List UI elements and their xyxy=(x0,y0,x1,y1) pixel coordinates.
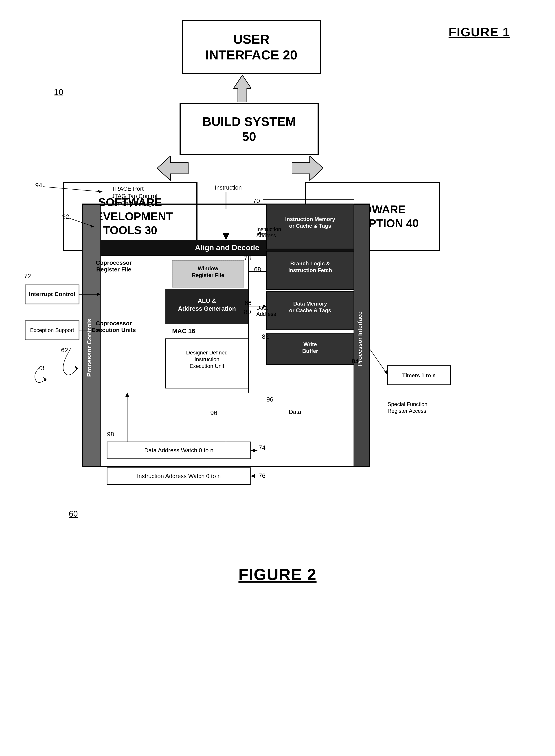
svg-text:Branch Logic &: Branch Logic & xyxy=(290,260,330,267)
svg-marker-87 xyxy=(257,231,261,235)
svg-marker-107 xyxy=(75,366,78,370)
svg-text:Designer Defined: Designer Defined xyxy=(186,350,227,356)
svg-text:84: 84 xyxy=(352,358,358,365)
figure1-label: FIGURE 1 xyxy=(449,25,510,39)
svg-text:JTAG Tap Control: JTAG Tap Control xyxy=(112,193,157,199)
svg-text:92: 92 xyxy=(62,213,69,220)
svg-rect-51 xyxy=(25,321,79,340)
svg-marker-83 xyxy=(97,293,100,296)
svg-text:Timers 1 to n: Timers 1 to n xyxy=(402,372,436,379)
svg-rect-49 xyxy=(25,285,79,304)
build-box-text: BUILD SYSTEM 50 xyxy=(203,114,296,144)
svg-text:Data Address Watch 0 to n: Data Address Watch 0 to n xyxy=(144,447,213,454)
svg-text:Execution Units: Execution Units xyxy=(92,327,135,333)
svg-rect-24 xyxy=(266,204,354,249)
svg-text:96: 96 xyxy=(266,396,273,403)
svg-rect-27 xyxy=(266,251,354,290)
svg-text:73: 73 xyxy=(38,364,44,371)
svg-text:Processor Interface: Processor Interface xyxy=(356,312,363,366)
svg-text:Data: Data xyxy=(289,408,301,415)
svg-text:ALU &: ALU & xyxy=(198,298,216,304)
svg-marker-102 xyxy=(125,393,129,397)
arrow-build-to-sdt xyxy=(157,156,188,181)
svg-text:Coprocessor: Coprocessor xyxy=(96,320,131,327)
svg-marker-97 xyxy=(384,370,388,374)
svg-text:Instruction Memory: Instruction Memory xyxy=(285,216,335,222)
svg-text:76: 76 xyxy=(259,472,265,479)
svg-text:Execution Unit: Execution Unit xyxy=(189,363,224,369)
svg-marker-108 xyxy=(43,377,46,382)
svg-text:Register Access: Register Access xyxy=(388,408,426,414)
ui-box: USER INTERFACE 20 xyxy=(182,20,321,74)
svg-rect-59 xyxy=(107,468,251,485)
svg-text:Register File: Register File xyxy=(191,272,224,278)
svg-text:96: 96 xyxy=(210,409,217,416)
build-box: BUILD SYSTEM 50 xyxy=(179,103,319,155)
svg-text:or Cache & Tags: or Cache & Tags xyxy=(289,307,331,313)
ref-10-label: 10 xyxy=(54,88,63,97)
figure2-label: FIGURE 2 xyxy=(18,565,537,584)
svg-marker-2 xyxy=(292,156,323,181)
svg-text:82: 82 xyxy=(262,333,269,340)
svg-text:Data: Data xyxy=(256,305,268,311)
svg-text:Instruction: Instruction xyxy=(195,356,219,362)
diagram-svg: Align and Decode Window Register File AL… xyxy=(19,177,536,559)
svg-marker-104 xyxy=(251,449,255,452)
svg-text:MAC 16: MAC 16 xyxy=(172,327,195,335)
svg-text:Processor Controls: Processor Controls xyxy=(86,318,93,377)
svg-rect-4 xyxy=(354,204,370,466)
svg-marker-106 xyxy=(251,474,255,478)
svg-rect-33 xyxy=(266,333,354,364)
ui-box-text: USER INTERFACE 20 xyxy=(205,32,297,62)
svg-marker-0 xyxy=(233,75,251,102)
arrow-build-to-hd xyxy=(292,156,323,181)
svg-text:Special Function: Special Function xyxy=(388,401,427,407)
svg-text:TRACE Port: TRACE Port xyxy=(112,185,144,192)
svg-text:Instruction Fetch: Instruction Fetch xyxy=(288,267,332,273)
svg-rect-5 xyxy=(82,204,370,466)
svg-text:94: 94 xyxy=(35,182,42,189)
svg-text:Buffer: Buffer xyxy=(302,348,318,354)
svg-text:or Cache & Tags: or Cache & Tags xyxy=(289,223,331,229)
svg-text:72: 72 xyxy=(24,273,31,279)
svg-text:62: 62 xyxy=(61,347,68,354)
svg-text:Address: Address xyxy=(256,311,276,317)
svg-text:68: 68 xyxy=(254,266,261,273)
svg-rect-57 xyxy=(107,442,251,459)
svg-rect-8 xyxy=(172,260,244,287)
svg-marker-85 xyxy=(97,328,100,332)
svg-text:Instruction Address Watch 0 to: Instruction Address Watch 0 to n xyxy=(137,473,221,479)
arrow-ui-to-build xyxy=(233,75,251,102)
svg-text:Address Generation: Address Generation xyxy=(178,305,236,312)
svg-text:Instruction: Instruction xyxy=(215,184,242,191)
svg-rect-30 xyxy=(266,292,354,330)
svg-rect-53 xyxy=(388,366,451,385)
svg-text:98: 98 xyxy=(107,431,114,438)
svg-marker-89 xyxy=(263,304,266,308)
svg-text:Interrupt Control: Interrupt Control xyxy=(29,291,75,298)
svg-rect-12 xyxy=(165,290,248,324)
svg-text:Align and Decode: Align and Decode xyxy=(195,243,259,252)
svg-text:74: 74 xyxy=(259,444,265,451)
svg-marker-1 xyxy=(157,156,188,181)
svg-marker-43 xyxy=(223,233,229,240)
svg-text:Address: Address xyxy=(256,232,276,238)
svg-line-96 xyxy=(370,349,388,374)
svg-text:78: 78 xyxy=(244,255,251,262)
svg-text:Coprocessor: Coprocessor xyxy=(96,259,131,266)
svg-text:70: 70 xyxy=(253,197,260,205)
svg-text:Data Memory: Data Memory xyxy=(293,301,327,307)
svg-rect-6 xyxy=(100,240,354,256)
ref-60-label: 60 xyxy=(69,509,78,519)
svg-text:Register File: Register File xyxy=(96,266,131,273)
svg-marker-66 xyxy=(90,224,94,227)
svg-rect-20 xyxy=(165,339,248,388)
svg-text:Window: Window xyxy=(198,265,218,271)
svg-marker-63 xyxy=(98,190,102,193)
svg-text:Exception Support: Exception Support xyxy=(30,327,74,333)
svg-text:On Chip Debug: On Chip Debug xyxy=(112,200,152,207)
svg-text:Instruction: Instruction xyxy=(256,226,281,232)
svg-rect-3 xyxy=(82,204,100,466)
svg-text:66: 66 xyxy=(245,300,252,306)
svg-text:Write: Write xyxy=(303,341,317,347)
